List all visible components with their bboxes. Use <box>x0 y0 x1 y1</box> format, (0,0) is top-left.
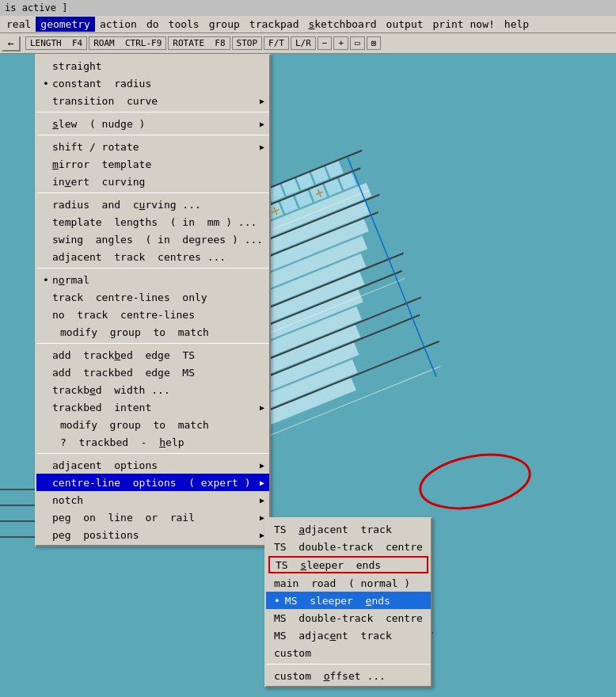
back-button[interactable]: ← <box>2 36 21 51</box>
shift-rotate-label: shift / rotate <box>52 141 139 153</box>
adjacent-options-label: adjacent options <box>52 459 158 471</box>
ms-sleeper-bullet: • <box>274 595 280 607</box>
menu-add-trackbed-ms[interactable]: add trackbed edge MS <box>36 364 269 381</box>
menu-do[interactable]: do <box>142 17 164 32</box>
menu-modify-group-1[interactable]: modify group to match <box>36 323 269 341</box>
menu-slew[interactable]: slew ( nudge ) <box>36 115 269 132</box>
menu-sketchboard[interactable]: sketchboard <box>303 17 381 32</box>
plus-button[interactable]: + <box>333 36 348 50</box>
menu-template-lengths[interactable]: template lengths ( in mm ) ... <box>36 213 269 230</box>
menu-group[interactable]: group <box>204 17 245 32</box>
stop-button[interactable]: STOP <box>232 36 263 50</box>
submenu-main-road[interactable]: main road ( normal ) <box>266 574 431 592</box>
no-track-centre-label: no track centre-lines <box>52 309 195 321</box>
menu-geometry[interactable]: geometry <box>36 17 95 32</box>
normal-label: normal <box>52 274 89 286</box>
separator-5 <box>36 343 269 344</box>
menu-peg-on-line[interactable]: peg on line or rail <box>36 508 269 526</box>
custom-offset-label: custom offset ... <box>274 670 386 682</box>
menu-tools[interactable]: tools <box>164 17 204 32</box>
peg-on-line-label: peg on line or rail <box>52 512 195 524</box>
swing-angles-label: swing angles ( in degrees ) ... <box>52 234 263 246</box>
modify-group-1-label: modify group to match <box>60 326 209 338</box>
peg-positions-label: peg positions <box>52 529 139 541</box>
frame-button[interactable]: ▭ <box>350 36 365 50</box>
trackbed-help-label: ? trackbed - help <box>60 436 184 448</box>
menu-no-track-centre[interactable]: no track centre-lines <box>36 306 269 323</box>
menu-action[interactable]: action <box>95 17 142 32</box>
menu-transition-curve[interactable]: transition curve <box>36 92 269 109</box>
menu-trackpad[interactable]: trackpad <box>245 17 304 32</box>
mirror-template-label: mirror template <box>52 158 151 170</box>
main-road-label: main road ( normal ) <box>274 577 410 589</box>
ft-button[interactable]: F/T <box>264 36 289 50</box>
title-text: is active ] <box>5 2 67 13</box>
rotate-button[interactable]: ROTATE F8 <box>168 36 230 50</box>
separator-4 <box>36 268 269 269</box>
custom-label: custom <box>274 647 311 659</box>
add-trackbed-ms-label: add trackbed edge MS <box>52 367 195 379</box>
menu-swing-angles[interactable]: swing angles ( in degrees ) ... <box>36 230 269 248</box>
separator-1 <box>36 112 269 112</box>
roam-button[interactable]: ROAM CTRL-F9 <box>89 36 166 50</box>
geometry-dropdown: straight constant radius transition curv… <box>35 54 271 547</box>
menu-print-now[interactable]: print now! <box>428 17 500 32</box>
transition-curve-label: transition curve <box>52 95 158 107</box>
slew-label: slew ( nudge ) <box>52 118 145 130</box>
ms-sleeper-ends-label: MS sleeper ends <box>285 595 390 607</box>
submenu-ts-double[interactable]: TS double-track centre <box>266 538 431 555</box>
menu-trackbed-width[interactable]: trackbed width ... <box>36 381 269 398</box>
minus-button[interactable]: − <box>318 36 333 50</box>
menu-trackbed-intent[interactable]: trackbed intent <box>36 398 269 416</box>
menu-shift-rotate[interactable]: shift / rotate <box>36 138 269 155</box>
menu-centre-line-options[interactable]: centre-line options ( expert ) <box>36 474 269 491</box>
constant-radius-label: constant radius <box>52 78 151 90</box>
menu-invert-curving[interactable]: invert curving <box>36 173 269 190</box>
track-centre-lines-label: track centre-lines only <box>52 291 207 303</box>
lr-button[interactable]: L/R <box>291 36 316 50</box>
submenu-ms-double[interactable]: MS double-track centre <box>266 609 431 627</box>
modify-group-2-label: modify group to match <box>60 419 209 431</box>
submenu-ts-adjacent[interactable]: TS adjacent track <box>266 520 431 538</box>
length-button[interactable]: LENGTH F4 <box>25 36 87 50</box>
menu-modify-group-2[interactable]: modify group to match <box>36 416 269 433</box>
submenu-custom[interactable]: custom <box>266 644 431 661</box>
straight-label: straight <box>52 60 102 72</box>
menu-radius-curving[interactable]: radius and curving ... <box>36 196 269 213</box>
menu-adjacent-options[interactable]: adjacent options <box>36 456 269 474</box>
submenu-ms-adjacent[interactable]: MS adjacent track <box>266 627 431 644</box>
ts-sleeper-ends-label: TS sleeper ends <box>276 559 381 571</box>
ms-adjacent-label: MS adjacent track <box>274 630 392 642</box>
ms-double-label: MS double-track centre <box>274 612 423 624</box>
submenu-ts-sleeper-ends[interactable]: TS sleeper ends <box>268 556 428 573</box>
submenu-ms-sleeper-ends[interactable]: • MS sleeper ends <box>266 592 431 609</box>
menu-output[interactable]: output <box>382 17 428 32</box>
menu-straight[interactable]: straight <box>36 57 269 74</box>
menu-help[interactable]: help <box>500 17 534 32</box>
centre-line-options-label: centre-line options ( expert ) <box>52 477 250 489</box>
toolbar: ← LENGTH F4 ROAM CTRL-F9 ROTATE F8 STOP … <box>0 33 616 54</box>
add-trackbed-ts-label: add trackbed edge TS <box>52 349 195 361</box>
ts-double-label: TS double-track centre <box>274 541 423 553</box>
menu-notch[interactable]: notch <box>36 491 269 508</box>
expand-button[interactable]: ⊞ <box>367 36 382 50</box>
menu-adjacent-track[interactable]: adjacent track centres ... <box>36 248 269 265</box>
menu-normal[interactable]: normal <box>36 271 269 288</box>
menu-bar: real geometry action do tools group trac… <box>0 16 616 33</box>
menu-real[interactable]: real <box>2 17 36 32</box>
template-lengths-label: template lengths ( in mm ) ... <box>52 216 257 228</box>
menu-add-trackbed-ts[interactable]: add trackbed edge TS <box>36 346 269 364</box>
separator-3 <box>36 192 269 193</box>
menu-track-centre-lines[interactable]: track centre-lines only <box>36 288 269 306</box>
centre-line-submenu: TS adjacent track TS double-track centre… <box>264 517 432 687</box>
radius-curving-label: radius and curving ... <box>52 199 201 211</box>
main-area: straight constant radius transition curv… <box>0 54 616 697</box>
menu-constant-radius[interactable]: constant radius <box>36 74 269 92</box>
notch-label: notch <box>52 494 83 506</box>
menu-peg-positions[interactable]: peg positions <box>36 526 269 543</box>
menu-mirror-template[interactable]: mirror template <box>36 155 269 173</box>
menu-trackbed-help[interactable]: ? trackbed - help <box>36 433 269 451</box>
title-bar: is active ] <box>0 0 616 16</box>
submenu-custom-offset[interactable]: custom offset ... <box>266 667 431 684</box>
adjacent-track-label: adjacent track centres ... <box>52 251 226 263</box>
